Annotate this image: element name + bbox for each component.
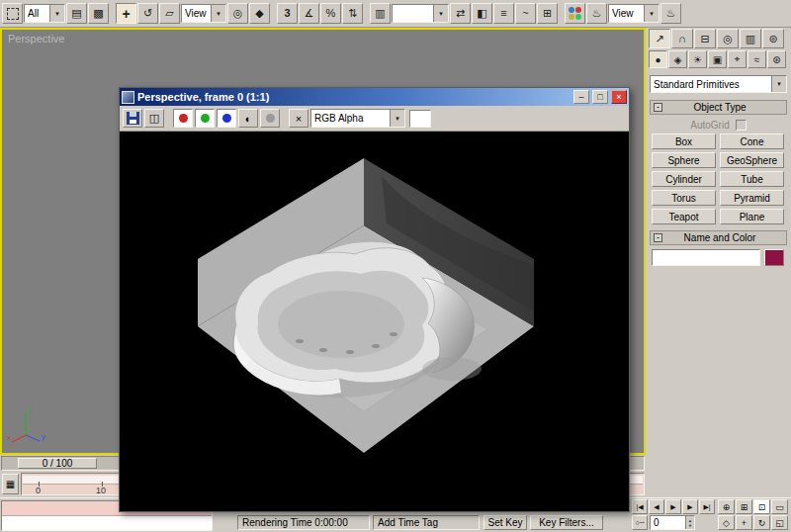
name-and-color-rollout-header[interactable]: - Name and Color bbox=[650, 230, 787, 245]
mirror-icon: ⇄ bbox=[456, 8, 465, 19]
select-by-name-button[interactable]: ▤ bbox=[66, 3, 87, 24]
select-move-button[interactable]: + bbox=[116, 3, 136, 24]
pivot-center-button[interactable]: ◎ bbox=[227, 3, 248, 24]
close-button[interactable]: × bbox=[611, 90, 627, 104]
listener-input-line[interactable] bbox=[2, 516, 212, 530]
zoom-all-button[interactable]: ⊞ bbox=[736, 499, 752, 514]
subtab-shapes[interactable]: ◈ bbox=[668, 50, 687, 68]
torus-button[interactable]: Torus bbox=[652, 190, 716, 206]
cone-button[interactable]: Cone bbox=[720, 133, 784, 149]
snap-toggle-button[interactable]: 3 bbox=[277, 3, 298, 24]
layer-manager-button[interactable]: ≡ bbox=[493, 3, 514, 24]
autogrid-checkbox[interactable] bbox=[736, 120, 747, 131]
subtab-geometry[interactable]: ● bbox=[649, 50, 667, 68]
percent-snap-button[interactable]: % bbox=[320, 3, 341, 24]
next-frame-button[interactable]: ▶ bbox=[682, 499, 698, 514]
subtab-systems[interactable]: ⊛ bbox=[767, 50, 786, 68]
key-mode-toggle-button[interactable]: ○─ bbox=[632, 515, 648, 530]
render-canvas[interactable] bbox=[120, 132, 629, 511]
pan-button[interactable]: + bbox=[736, 515, 752, 530]
select-scale-button[interactable]: ▱ bbox=[159, 3, 180, 24]
frame-spinner[interactable]: ▲▼ bbox=[685, 516, 694, 529]
red-channel-button[interactable] bbox=[173, 109, 193, 128]
arc-rotate-button[interactable]: ↻ bbox=[753, 515, 770, 530]
render-window-titlebar[interactable]: Perspective, frame 0 (1:1) – □ × bbox=[120, 88, 629, 106]
cylinder-button[interactable]: Cylinder bbox=[652, 171, 716, 187]
select-rotate-button[interactable]: ↺ bbox=[137, 3, 158, 24]
chevron-down-icon: ▼ bbox=[771, 76, 786, 92]
minimize-button[interactable]: – bbox=[573, 90, 589, 104]
add-time-tag-field[interactable]: Add Time Tag bbox=[373, 515, 480, 530]
render-frame-window[interactable]: Perspective, frame 0 (1:1) – □ × ◫ ◐ × R… bbox=[119, 87, 630, 512]
schematic-view-button[interactable]: ⊞ bbox=[537, 3, 558, 24]
quick-render-button[interactable]: ♨ bbox=[660, 3, 681, 24]
add-time-tag-text: Add Time Tag bbox=[378, 517, 438, 528]
tab-motion[interactable]: ◎ bbox=[717, 29, 739, 48]
material-editor-button[interactable] bbox=[565, 3, 585, 24]
green-channel-button[interactable] bbox=[195, 109, 215, 128]
teapot-button[interactable]: Teapot bbox=[652, 209, 716, 224]
sphere-button[interactable]: Sphere bbox=[652, 152, 716, 168]
zoom-button[interactable]: ⊕ bbox=[718, 499, 735, 514]
field-of-view-button[interactable]: ◇ bbox=[718, 515, 735, 530]
curve-editor-button[interactable]: ~ bbox=[515, 3, 536, 24]
current-frame-field[interactable]: 0 ▲▼ bbox=[650, 515, 695, 530]
spinner-snap-button[interactable]: ⇅ bbox=[342, 3, 363, 24]
coordinate-system-dropdown[interactable]: View▼ bbox=[181, 4, 226, 23]
render-scene-button[interactable]: ♨ bbox=[586, 3, 607, 24]
object-type-rollout-header[interactable]: - Object Type bbox=[650, 100, 787, 115]
primitive-category-dropdown[interactable]: Standard Primitives▼ bbox=[650, 75, 787, 93]
main-toolbar: All▼ ▤ ▩ + ↺ ▱ View▼ ◎ ◆ 3 ∡ % ⇅ ▥ ▼ ⇄ ◧… bbox=[0, 0, 791, 28]
subtab-lights[interactable]: ☀ bbox=[688, 50, 707, 68]
clear-button[interactable]: × bbox=[289, 109, 308, 128]
maximize-button[interactable]: □ bbox=[592, 90, 608, 104]
tab-modify[interactable]: ∩ bbox=[671, 29, 693, 48]
monochrome-button[interactable]: ◐ bbox=[238, 109, 258, 128]
min-max-toggle-button[interactable]: ◱ bbox=[771, 515, 788, 530]
select-manipulate-button[interactable]: ◆ bbox=[249, 3, 270, 24]
subtab-space-warps[interactable]: ≈ bbox=[747, 50, 766, 68]
background-color-swatch[interactable] bbox=[409, 110, 431, 128]
selection-region-button[interactable] bbox=[2, 3, 23, 24]
zoom-region-button[interactable]: ▭ bbox=[771, 499, 788, 514]
mirror-button[interactable]: ⇄ bbox=[450, 3, 471, 24]
create-subcategory-tabs: ● ◈ ☀ ▣ ⌖ ≈ ⊛ bbox=[649, 50, 786, 68]
play-button[interactable]: ▶ bbox=[665, 499, 681, 514]
render-type-dropdown[interactable]: View▼ bbox=[608, 4, 659, 23]
set-key-button[interactable]: Set Key bbox=[483, 515, 527, 530]
go-to-start-button[interactable]: |◀ bbox=[632, 499, 648, 514]
pyramid-button[interactable]: Pyramid bbox=[720, 190, 784, 206]
zoom-extents-button[interactable]: ⊡ bbox=[753, 499, 770, 514]
selection-filter-dropdown[interactable]: All▼ bbox=[24, 4, 65, 23]
previous-frame-button[interactable]: ◀ bbox=[649, 499, 664, 514]
tab-create[interactable]: ↗ bbox=[649, 29, 670, 48]
viewport-label[interactable]: Perspective bbox=[8, 33, 64, 44]
named-selection-sets-dropdown[interactable]: ▼ bbox=[392, 4, 449, 23]
object-color-swatch[interactable] bbox=[764, 249, 784, 266]
time-slider-handle[interactable]: 0 / 100 bbox=[18, 458, 97, 469]
angle-snap-button[interactable]: ∡ bbox=[299, 3, 319, 24]
plane-button[interactable]: Plane bbox=[720, 209, 784, 224]
blue-channel-button[interactable] bbox=[217, 109, 236, 128]
tab-display[interactable]: ▥ bbox=[740, 29, 761, 48]
align-button[interactable]: ◧ bbox=[472, 3, 492, 24]
alpha-channel-button[interactable] bbox=[260, 109, 280, 128]
object-name-field[interactable] bbox=[652, 249, 760, 266]
tab-utilities[interactable]: ⊚ bbox=[762, 29, 784, 48]
key-filters-button[interactable]: Key Filters... bbox=[530, 515, 603, 530]
tube-button[interactable]: Tube bbox=[720, 171, 784, 187]
helpers-icon: ⌖ bbox=[735, 53, 741, 65]
go-to-end-button[interactable]: ▶| bbox=[699, 499, 715, 514]
save-bitmap-button[interactable] bbox=[123, 109, 142, 128]
mini-curve-editor-button[interactable]: ▦ bbox=[2, 474, 19, 494]
geosphere-button[interactable]: GeoSphere bbox=[720, 152, 784, 168]
named-selection-sets-button[interactable]: ▥ bbox=[370, 3, 391, 24]
tab-hierarchy[interactable]: ⊟ bbox=[694, 29, 716, 48]
axis-y-label: y bbox=[42, 432, 45, 441]
channel-display-dropdown[interactable]: RGB Alpha▼ bbox=[310, 109, 405, 128]
subtab-helpers[interactable]: ⌖ bbox=[728, 50, 747, 68]
clone-window-button[interactable]: ◫ bbox=[144, 109, 164, 128]
crossing-selection-button[interactable]: ▩ bbox=[88, 3, 109, 24]
subtab-cameras[interactable]: ▣ bbox=[708, 50, 727, 68]
box-button[interactable]: Box bbox=[652, 133, 716, 149]
